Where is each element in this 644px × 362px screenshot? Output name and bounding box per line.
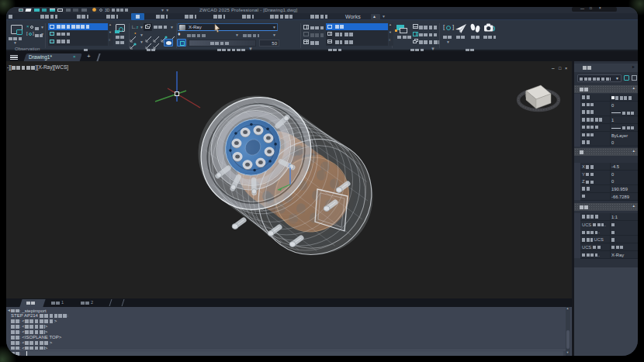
svg-text:Z: Z <box>288 163 291 167</box>
